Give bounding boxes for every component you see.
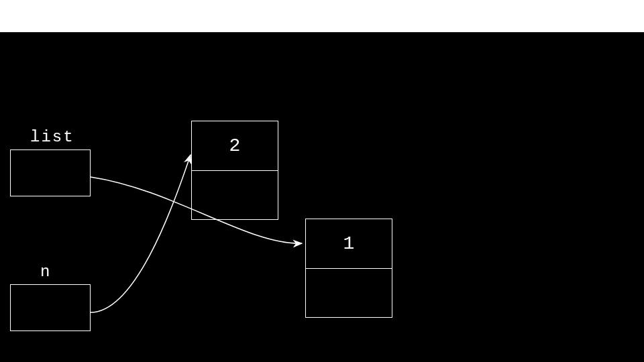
- node-2-next: [192, 171, 278, 221]
- code-header: n->next = NULL;: [0, 0, 644, 32]
- node-2: 2: [191, 121, 278, 220]
- node-1-value: 1: [306, 219, 392, 269]
- n-pointer-box: [10, 284, 91, 331]
- list-label: list: [30, 128, 74, 146]
- n-label: n: [40, 263, 51, 281]
- arrow-n-to-2: [91, 155, 191, 312]
- node-1-next: [306, 269, 392, 318]
- node-2-value: 2: [192, 121, 278, 171]
- diagram-canvas: list n 2 1: [0, 32, 644, 362]
- node-1: 1: [305, 219, 392, 318]
- list-pointer-box: [10, 149, 91, 196]
